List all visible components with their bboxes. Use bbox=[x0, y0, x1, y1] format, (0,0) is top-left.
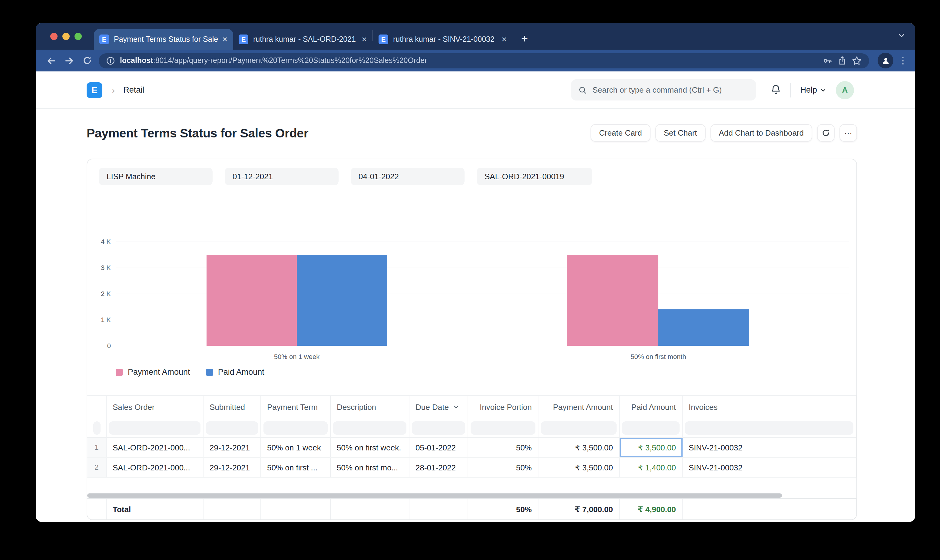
action-button-set-chart[interactable]: Set Chart bbox=[655, 124, 706, 142]
cell-value: ₹ 1,400.00 bbox=[638, 463, 676, 472]
zoom-window-button[interactable] bbox=[74, 33, 82, 40]
column-filter-input[interactable] bbox=[93, 421, 100, 434]
row-number-cell[interactable]: 2 bbox=[87, 458, 106, 477]
horizontal-scrollbar bbox=[87, 494, 857, 498]
total-label-cell: Total bbox=[106, 499, 203, 520]
password-key-icon[interactable] bbox=[823, 55, 833, 66]
cell-payment-term[interactable]: 50% on 1 week bbox=[261, 438, 331, 457]
forward-button[interactable] bbox=[60, 51, 78, 69]
tab-favicon-icon: E bbox=[379, 34, 388, 44]
tab-close-icon[interactable]: ✕ bbox=[501, 35, 507, 43]
cell-paid-amount[interactable]: ₹ 3,500.00 bbox=[619, 438, 683, 457]
cell-value: 50% on first week. bbox=[337, 443, 401, 452]
column-filter-input[interactable] bbox=[622, 421, 680, 434]
breadcrumb[interactable]: Retail bbox=[123, 85, 144, 94]
column-filter-input[interactable] bbox=[685, 421, 854, 434]
share-icon[interactable] bbox=[838, 56, 847, 65]
refresh-button[interactable] bbox=[817, 124, 835, 142]
cell-invoice-portion[interactable]: 50% bbox=[468, 458, 538, 477]
cell-description[interactable]: 50% on first week. bbox=[331, 438, 410, 457]
tab-close-icon[interactable]: ✕ bbox=[362, 35, 367, 43]
column-header-payment-amount[interactable]: Payment Amount bbox=[538, 396, 619, 418]
cell-due-date[interactable]: 28-01-2022 bbox=[410, 458, 468, 477]
cell-invoices[interactable]: SINV-21-00032 bbox=[683, 438, 857, 457]
sort-chevron-icon[interactable] bbox=[453, 404, 459, 410]
reload-button[interactable] bbox=[78, 51, 96, 69]
column-filter-input[interactable] bbox=[206, 421, 258, 434]
cell-submitted[interactable]: 29-12-2021 bbox=[203, 438, 261, 457]
column-header-rownum[interactable] bbox=[87, 396, 106, 418]
app-logo-icon[interactable]: E bbox=[86, 82, 102, 98]
column-header-description[interactable]: Description bbox=[331, 396, 410, 418]
cell-invoice-portion[interactable]: 50% bbox=[468, 438, 538, 457]
column-header-sales-order[interactable]: Sales Order bbox=[106, 396, 203, 418]
header-divider bbox=[791, 83, 791, 97]
cell-value: SAL-ORD-2021-000... bbox=[112, 443, 190, 452]
minimize-window-button[interactable] bbox=[62, 33, 70, 40]
tab-search-chevron-icon[interactable] bbox=[898, 31, 906, 39]
cell-submitted[interactable]: 29-12-2021 bbox=[203, 458, 261, 477]
column-filter-input[interactable] bbox=[333, 421, 407, 434]
browser-tab-1[interactable]: EPayment Terms Status for Sale✕ bbox=[94, 29, 233, 50]
cell-sales-order[interactable]: SAL-ORD-2021-000... bbox=[106, 438, 203, 457]
column-filter-cell bbox=[683, 418, 857, 437]
cell-payment-term[interactable]: 50% on first ... bbox=[261, 458, 331, 477]
cell-payment-amount[interactable]: ₹ 3,500.00 bbox=[538, 458, 619, 477]
cell-sales-order[interactable]: SAL-ORD-2021-000... bbox=[106, 458, 203, 477]
tab-title: ruthra kumar - SINV-21-00032 bbox=[393, 35, 498, 44]
action-button-create-card[interactable]: Create Card bbox=[590, 124, 650, 142]
cell-payment-amount[interactable]: ₹ 3,500.00 bbox=[538, 438, 619, 457]
browser-tab-3[interactable]: Eruthra kumar - SINV-21-00032✕ bbox=[373, 29, 512, 50]
bar-payment-amount[interactable] bbox=[206, 255, 297, 346]
column-filter-input[interactable] bbox=[471, 421, 535, 434]
tab-title: Payment Terms Status for Sale bbox=[114, 35, 219, 44]
column-header-invoices[interactable]: Invoices bbox=[683, 396, 857, 418]
notifications-bell-icon[interactable] bbox=[770, 84, 781, 95]
bookmark-star-icon[interactable] bbox=[852, 55, 862, 66]
chart-gridline bbox=[116, 242, 849, 242]
scrollbar-thumb[interactable] bbox=[87, 494, 782, 498]
filter-input-2[interactable]: 01-12-2021 bbox=[225, 168, 339, 185]
bar-paid-amount[interactable] bbox=[658, 309, 749, 346]
bar-paid-amount[interactable] bbox=[297, 255, 387, 346]
cell-due-date[interactable]: 05-01-2022 bbox=[410, 438, 468, 457]
url-text[interactable]: localhost:8014/app/query-report/Payment%… bbox=[120, 56, 818, 65]
filter-input-1[interactable]: LISP Machine bbox=[99, 168, 213, 185]
column-header-invoice-portion[interactable]: Invoice Portion bbox=[468, 396, 538, 418]
column-filter-input[interactable] bbox=[264, 421, 328, 434]
back-button[interactable] bbox=[42, 51, 60, 69]
search-input[interactable]: Search or type a command (Ctrl + G) bbox=[571, 79, 756, 100]
tab-close-icon[interactable]: ✕ bbox=[222, 35, 228, 43]
help-menu[interactable]: Help bbox=[800, 85, 826, 94]
close-window-button[interactable] bbox=[50, 33, 57, 40]
row-number-cell[interactable]: 1 bbox=[87, 438, 106, 457]
browser-menu-icon[interactable]: ⋮ bbox=[897, 55, 909, 66]
column-header-due-date[interactable]: Due Date bbox=[410, 396, 468, 418]
browser-tab-2[interactable]: Eruthra kumar - SAL-ORD-2021✕ bbox=[233, 29, 373, 50]
action-button-add-chart-to-dashboard[interactable]: Add Chart to Dashboard bbox=[710, 124, 812, 142]
cell-description[interactable]: 50% on first mo... bbox=[331, 458, 410, 477]
column-filter-input[interactable] bbox=[412, 421, 465, 434]
site-info-icon[interactable] bbox=[106, 56, 115, 65]
legend-item: Payment Amount bbox=[116, 368, 190, 377]
cell-value: 50% bbox=[516, 443, 532, 452]
browser-profile-avatar[interactable] bbox=[878, 53, 893, 68]
menu-ellipsis-button[interactable]: ··· bbox=[840, 124, 857, 142]
total-paid-amount-cell: ₹ 4,900.00 bbox=[619, 499, 683, 520]
column-filter-input[interactable] bbox=[541, 421, 616, 434]
filter-input-4[interactable]: SAL-ORD-2021-00019 bbox=[477, 168, 592, 185]
column-header-paid-amount[interactable]: Paid Amount bbox=[619, 396, 683, 418]
column-header-payment-term[interactable]: Payment Term bbox=[261, 396, 331, 418]
cell-invoices[interactable]: SINV-21-00032 bbox=[683, 458, 857, 477]
bar-payment-amount[interactable] bbox=[567, 255, 658, 346]
cell-value: 50% bbox=[516, 463, 532, 472]
user-avatar[interactable]: A bbox=[836, 81, 854, 99]
cell-paid-amount[interactable]: ₹ 1,400.00 bbox=[619, 458, 683, 477]
address-bar[interactable]: localhost:8014/app/query-report/Payment%… bbox=[99, 53, 869, 68]
column-filter-input[interactable] bbox=[109, 421, 200, 434]
filter-input-3[interactable]: 04-01-2022 bbox=[351, 168, 465, 185]
breadcrumb-chevron-icon: › bbox=[112, 85, 115, 95]
new-tab-button[interactable]: + bbox=[516, 30, 533, 47]
chart-legend: Payment AmountPaid Amount bbox=[116, 368, 264, 377]
column-header-submitted[interactable]: Submitted bbox=[203, 396, 261, 418]
